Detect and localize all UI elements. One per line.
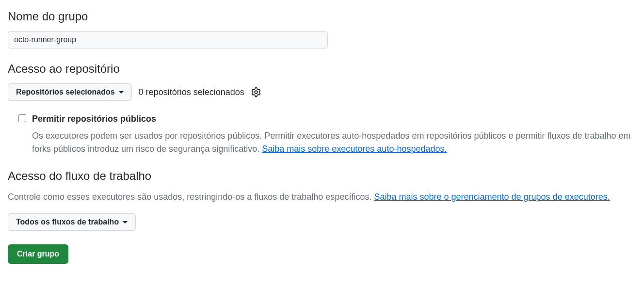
caret-down-icon (119, 91, 124, 94)
workflow-access-dropdown[interactable]: Todos os fluxos de trabalho (8, 213, 136, 231)
repo-access-heading: Acesso ao repositório (8, 60, 636, 78)
gear-icon[interactable] (251, 87, 261, 97)
group-name-heading: Nome do grupo (8, 8, 636, 25)
group-name-section: Nome do grupo (8, 8, 636, 60)
allow-public-row: Permitir repositórios públicos (18, 112, 636, 126)
allow-public-label: Permitir repositórios públicos (32, 112, 156, 126)
workflow-access-description-text: Controle como esses executores são usado… (8, 192, 374, 202)
workflow-access-description: Controle como esses executores são usado… (8, 191, 636, 204)
repo-count-text: 0 repositórios selecionados (139, 86, 244, 99)
repo-access-dropdown-label: Repositórios selecionados (16, 88, 115, 96)
repo-access-row: Repositórios selecionados 0 repositórios… (8, 83, 636, 101)
group-name-input[interactable] (8, 31, 328, 48)
workflow-access-section: Acesso do fluxo de trabalho Controle com… (8, 167, 636, 231)
learn-more-self-hosted-link[interactable]: Saiba mais sobre executores auto-hospeda… (262, 144, 447, 154)
workflow-dropdown-wrap: Todos os fluxos de trabalho (8, 213, 636, 231)
create-group-button[interactable]: Criar grupo (8, 244, 68, 264)
repo-access-section: Acesso ao repositório Repositórios selec… (8, 60, 636, 156)
caret-down-icon (123, 221, 128, 224)
allow-public-description: Os executores podem ser usados por repos… (32, 129, 636, 156)
workflow-access-dropdown-label: Todos os fluxos de trabalho (16, 218, 119, 226)
workflow-access-heading: Acesso do fluxo de trabalho (8, 167, 636, 185)
allow-public-checkbox[interactable] (18, 114, 26, 122)
repo-access-dropdown[interactable]: Repositórios selecionados (8, 83, 132, 101)
learn-more-runner-groups-link[interactable]: Saiba mais sobre o gerenciamento de grup… (374, 192, 610, 202)
